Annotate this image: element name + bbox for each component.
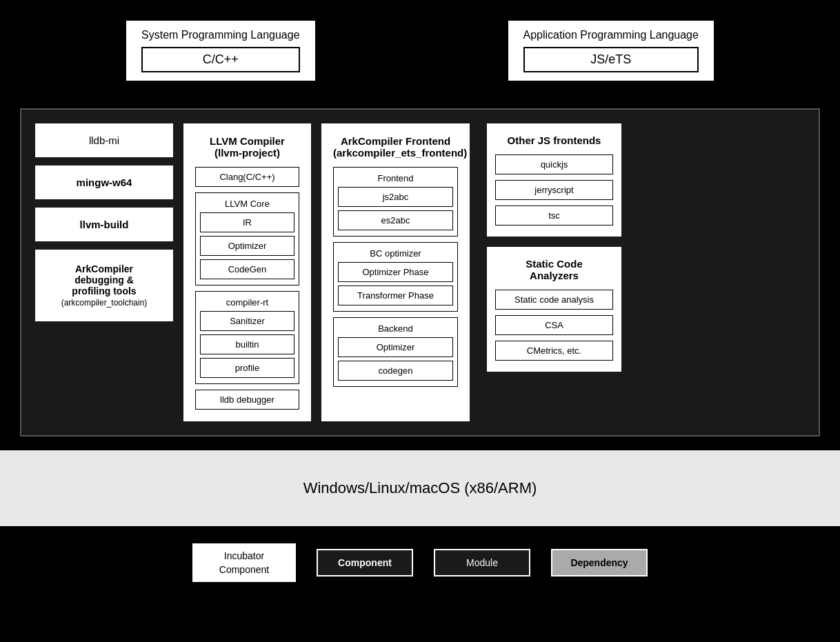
profile-box: profile [200, 358, 294, 378]
transformer-phase-box: Transformer Phase [338, 285, 453, 305]
other-js-box: Other JS frontends quickjs jerryscript t… [487, 123, 621, 237]
app-lang-value: JS/eTS [523, 47, 699, 72]
backend-title: Backend [338, 323, 453, 334]
legend-component: Component [317, 549, 413, 576]
llvm-column: LLVM Compiler (llvm-project) Clang(C/C++… [183, 123, 311, 421]
static-code-analysis-box: Static code analysis [495, 290, 613, 310]
platform-section: Windows/Linux/macOS (x86/ARM) [0, 450, 840, 526]
legend-module: Module [434, 549, 530, 576]
ir-box: IR [200, 212, 294, 232]
static-code-title: Static Code Analyzers [495, 258, 613, 281]
builtin-box: builtin [200, 334, 294, 354]
main-section: lldb-mi mingw-w64 llvm-build ArkCompiler… [0, 94, 840, 450]
optimizer-box: Optimizer [200, 236, 294, 256]
diagram-container: lldb-mi mingw-w64 llvm-build ArkCompiler… [20, 108, 820, 437]
tools-column: lldb-mi mingw-w64 llvm-build ArkCompiler… [35, 123, 173, 421]
app-lang-box: Application Programming Language JS/eTS [508, 21, 714, 81]
llvm-core-title: LLVM Core [200, 199, 294, 209]
lldb-debugger-box: lldb debugger [195, 390, 299, 410]
es2abc-box: es2abc [338, 210, 453, 230]
compiler-rt-group: compiler-rt Sanitizer builtin profile [195, 291, 299, 384]
ark-column: ArkCompiler Frontend (arkcompiler_ets_fr… [321, 123, 470, 421]
llvm-core-group: LLVM Core IR Optimizer CodeGen [195, 192, 299, 285]
system-lang-title: System Programming Language [141, 29, 299, 41]
ark-title: ArkCompiler Frontend (arkcompiler_ets_fr… [333, 135, 458, 159]
optimizer-phase-box: Optimizer Phase [338, 262, 453, 282]
mingw-box: mingw-w64 [35, 165, 173, 199]
arkcompiler-tools-box: ArkCompiler debugging & profiling tools … [35, 250, 173, 321]
top-section: System Programming Language C/C++ Applic… [0, 0, 840, 94]
lldb-mi-box: lldb-mi [35, 123, 173, 157]
backend-optimizer-box: Optimizer [338, 337, 453, 357]
legend-section: Incubator Component Component Module Dep… [0, 526, 840, 603]
llvm-title: LLVM Compiler (llvm-project) [195, 135, 299, 159]
bc-optimizer-title: BC optimizer [338, 248, 453, 259]
jerryscript-box: jerryscript [495, 180, 613, 200]
legend-incubator: Incubator Component [192, 543, 296, 582]
compiler-rt-title: compiler-rt [200, 297, 294, 308]
incubator-line2: Component [194, 563, 294, 581]
system-lang-box: System Programming Language C/C++ [126, 21, 314, 81]
incubator-line1: Incubator [194, 545, 294, 563]
other-js-title: Other JS frontends [495, 134, 613, 146]
codegen-box: CodeGen [200, 259, 294, 279]
legend-dependency: Dependency [551, 549, 648, 576]
clang-box: Clang(C/C++) [195, 167, 299, 187]
platform-text: Windows/Linux/macOS (x86/ARM) [303, 479, 537, 497]
static-code-box: Static Code Analyzers Static code analys… [487, 247, 621, 372]
bc-optimizer-group: BC optimizer Optimizer Phase Transformer… [333, 242, 458, 312]
codegen-backend-box: codegen [338, 361, 453, 381]
cmetrics-box: CMetrics, etc. [495, 341, 613, 361]
csa-box: CSA [495, 315, 613, 335]
ark-frontend-group: Frontend js2abc es2abc [333, 167, 458, 237]
backend-group: Backend Optimizer codegen [333, 317, 458, 387]
ark-frontend-title: Frontend [338, 173, 453, 183]
quickjs-box: quickjs [495, 154, 613, 174]
system-lang-value: C/C++ [141, 47, 299, 72]
llvm-build-box: llvm-build [35, 208, 173, 241]
tsc-box: tsc [495, 205, 613, 225]
js2abc-box: js2abc [338, 187, 453, 207]
sanitizer-box: Sanitizer [200, 311, 294, 331]
app-lang-title: Application Programming Language [523, 29, 699, 41]
other-column: Other JS frontends quickjs jerryscript t… [487, 123, 621, 421]
